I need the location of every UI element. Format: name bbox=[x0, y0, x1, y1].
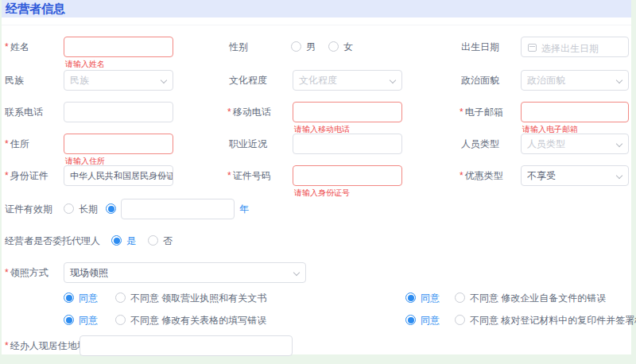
agent-no-radio[interactable] bbox=[148, 235, 158, 246]
contact-phone-label: 联系电话 bbox=[5, 102, 43, 122]
chevron-down-icon bbox=[293, 270, 300, 277]
agreement3-disagree-label[interactable]: 不同意 修改有关表格的填写错误 bbox=[130, 316, 266, 326]
agent-yes-radio[interactable] bbox=[111, 235, 122, 246]
birthdate-label: 出生日期 bbox=[461, 37, 499, 57]
id-number-input[interactable] bbox=[293, 165, 402, 186]
agreement1-agree-radio[interactable] bbox=[64, 292, 74, 303]
id-number-label: *证件号码 bbox=[227, 165, 271, 186]
political-status-label: 政治面貌 bbox=[461, 70, 499, 91]
email-input[interactable] bbox=[521, 102, 629, 122]
section-header: 经营者信息 bbox=[2, 0, 631, 17]
agreement1-agree-label[interactable]: 同意 bbox=[79, 293, 98, 304]
chevron-down-icon bbox=[161, 173, 167, 180]
agreement2-disagree-label[interactable]: 不同意 修改企业自备文件的错误 bbox=[470, 293, 606, 304]
mobile-phone-label: *移动电话 bbox=[227, 102, 271, 122]
occupation-label: 职业近况 bbox=[229, 134, 267, 154]
agreement4-disagree-radio[interactable] bbox=[455, 315, 465, 325]
agreement4-agree-radio[interactable] bbox=[405, 315, 416, 325]
license-method-label: *领照方式 bbox=[5, 262, 48, 283]
ethnicity-label: 民族 bbox=[5, 70, 24, 91]
operator-info-page: 经营者信息 *姓名 请输入姓名 性别 男 女 出生日期 选择出生日期 民族 民族… bbox=[0, 0, 636, 364]
agreement1-disagree-label[interactable]: 不同意 领取营业执照和有关文书 bbox=[130, 293, 266, 304]
contact-phone-input[interactable] bbox=[64, 102, 173, 122]
discount-type-select[interactable]: 不享受 bbox=[521, 165, 629, 186]
political-status-select[interactable]: 政治面貌 bbox=[521, 70, 629, 91]
validity-years-input[interactable] bbox=[121, 199, 235, 219]
page-title: 经营者信息 bbox=[6, 2, 65, 17]
chevron-down-icon bbox=[616, 78, 622, 84]
id-type-select[interactable]: 中华人民共和国居民身份证 bbox=[64, 165, 173, 186]
id-validity-label: 证件有效期 bbox=[5, 199, 52, 219]
agreement3-agree-radio[interactable] bbox=[64, 315, 74, 325]
mobile-phone-input[interactable] bbox=[293, 102, 402, 122]
validity-longterm-option[interactable]: 长期 bbox=[79, 204, 98, 215]
gender-female-option[interactable]: 女 bbox=[343, 42, 353, 52]
validity-years-radio[interactable] bbox=[106, 203, 116, 214]
chevron-down-icon bbox=[390, 78, 396, 84]
person-type-select[interactable]: 人员类型 bbox=[521, 134, 629, 154]
name-label: *姓名 bbox=[5, 37, 29, 57]
license-method-select[interactable]: 现场领照 bbox=[64, 262, 306, 283]
agreement4-agree-label[interactable]: 同意 bbox=[421, 316, 440, 326]
education-label: 文化程度 bbox=[229, 70, 267, 91]
occupation-input[interactable] bbox=[293, 134, 402, 154]
year-suffix-label: 年 bbox=[239, 204, 249, 215]
agreement1-disagree-radio[interactable] bbox=[115, 292, 126, 303]
email-label: *电子邮箱 bbox=[460, 102, 503, 122]
agent-yes-option[interactable]: 是 bbox=[126, 236, 136, 246]
agreement3-disagree-radio[interactable] bbox=[115, 315, 126, 325]
header-divider bbox=[2, 25, 631, 25]
education-select[interactable]: 文化程度 bbox=[293, 70, 402, 91]
birthdate-placeholder: 选择出生日期 bbox=[541, 42, 599, 56]
agreement4-disagree-label[interactable]: 不同意 核对登记材料中的复印件并签署核对意见 bbox=[470, 316, 636, 326]
name-input[interactable] bbox=[64, 37, 173, 57]
id-type-label: *身份证件 bbox=[5, 165, 48, 186]
name-error: 请输入姓名 bbox=[65, 59, 105, 70]
person-type-label: 人员类型 bbox=[461, 134, 499, 154]
chevron-down-icon bbox=[616, 173, 622, 180]
address-input[interactable] bbox=[64, 134, 173, 154]
agreement2-disagree-radio[interactable] bbox=[455, 292, 465, 303]
agreement3-agree-label[interactable]: 同意 bbox=[79, 316, 98, 326]
gender-male-radio[interactable] bbox=[291, 41, 301, 52]
discount-type-label: *优惠类型 bbox=[460, 165, 503, 186]
handler-address-input[interactable] bbox=[80, 335, 293, 356]
agreement2-agree-radio[interactable] bbox=[405, 292, 416, 303]
chevron-down-icon bbox=[616, 141, 622, 148]
gender-female-radio[interactable] bbox=[328, 41, 339, 52]
chevron-down-icon bbox=[161, 78, 167, 84]
id-number-error: 请输入身份证号 bbox=[294, 188, 350, 199]
agent-label: 经营者是否委托代理人 bbox=[5, 230, 100, 251]
gender-male-option[interactable]: 男 bbox=[306, 42, 316, 52]
ethnicity-select[interactable]: 民族 bbox=[64, 70, 173, 91]
birthdate-picker[interactable]: 选择出生日期 bbox=[521, 37, 629, 57]
agent-no-option[interactable]: 否 bbox=[163, 236, 173, 246]
handler-address-label: *经办人现居住地址 bbox=[5, 335, 87, 356]
validity-longterm-radio[interactable] bbox=[64, 203, 74, 214]
calendar-icon bbox=[528, 44, 537, 52]
address-label: *住所 bbox=[5, 134, 29, 154]
agreement2-agree-label[interactable]: 同意 bbox=[421, 293, 440, 304]
gender-label: 性别 bbox=[229, 37, 248, 57]
